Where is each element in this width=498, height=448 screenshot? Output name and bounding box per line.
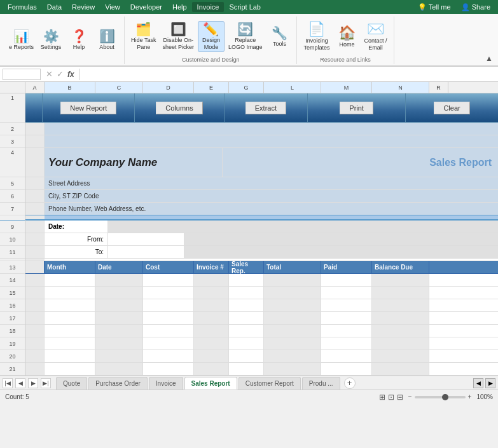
data-cell[interactable] (194, 312, 229, 324)
menu-review[interactable]: Review (67, 2, 100, 12)
data-cell[interactable] (372, 312, 429, 324)
cancel-formula-icon[interactable]: ✕ (46, 69, 53, 79)
data-cell[interactable] (229, 337, 264, 350)
data-cell[interactable] (264, 337, 321, 350)
data-cell[interactable] (321, 363, 372, 375)
data-cell[interactable] (229, 299, 264, 311)
data-cell[interactable] (321, 299, 372, 311)
data-cell[interactable] (229, 312, 264, 324)
tab-produ[interactable]: Produ ... (302, 377, 340, 390)
data-cell[interactable] (45, 299, 95, 311)
page-break-icon[interactable]: ⊟ (397, 393, 403, 402)
data-cell[interactable] (264, 299, 321, 311)
data-cell[interactable] (372, 325, 429, 337)
tab-last-button[interactable]: ▶| (41, 378, 51, 388)
menu-scriptlab[interactable]: Script Lab (224, 2, 266, 12)
data-cell[interactable] (229, 363, 264, 375)
data-cell[interactable] (321, 287, 372, 299)
data-cell[interactable] (143, 287, 194, 299)
settings-button[interactable]: ⚙️ Settings (38, 29, 64, 51)
clear-button[interactable]: Clear (434, 102, 469, 114)
data-cell[interactable] (45, 337, 95, 350)
insert-function-icon[interactable]: fx (67, 70, 74, 79)
zoom-out-icon[interactable]: − (408, 393, 412, 400)
data-cell[interactable] (229, 350, 264, 362)
data-cell[interactable] (264, 350, 321, 362)
data-cell[interactable] (372, 337, 429, 350)
data-cell[interactable] (143, 325, 194, 337)
design-mode-button[interactable]: ✏️ DesignMode (198, 21, 225, 53)
add-sheet-button[interactable]: + (344, 377, 356, 389)
new-report-button[interactable]: New Report (60, 102, 116, 114)
name-box[interactable] (3, 69, 41, 80)
tab-purchase-order[interactable]: Purchase Order (88, 377, 148, 390)
tab-first-button[interactable]: |◀ (3, 378, 13, 388)
help-button[interactable]: ❓ Help (66, 29, 92, 51)
data-cell[interactable] (45, 350, 95, 362)
extract-button[interactable]: Extract (246, 102, 286, 114)
data-cell[interactable] (95, 287, 143, 299)
tab-sales-report[interactable]: Sales Report (184, 377, 237, 390)
contact-email-button[interactable]: ✉️ Contact /Email (361, 21, 389, 53)
data-cell[interactable] (264, 325, 321, 337)
data-cell[interactable] (95, 274, 143, 286)
data-cell[interactable] (143, 350, 194, 362)
data-cell[interactable] (194, 299, 229, 311)
data-cell[interactable] (321, 350, 372, 362)
tools-button[interactable]: 🔧 Tools (266, 25, 293, 48)
table-row[interactable] (25, 363, 498, 376)
cell-to-value[interactable] (108, 246, 184, 258)
data-cell[interactable] (264, 312, 321, 324)
table-row[interactable] (25, 337, 498, 350)
data-cell[interactable] (321, 337, 372, 350)
data-cell[interactable] (143, 337, 194, 350)
data-cell[interactable] (143, 299, 194, 311)
data-cell[interactable] (372, 299, 429, 311)
normal-view-icon[interactable]: ⊞ (379, 393, 385, 402)
zoom-thumb[interactable] (442, 394, 448, 400)
data-cell[interactable] (321, 274, 372, 286)
menu-formulas[interactable]: Formulas (3, 2, 42, 12)
data-cell[interactable] (372, 274, 429, 286)
tab-prev-button[interactable]: ◀ (15, 378, 25, 388)
tab-next-button[interactable]: ▶ (28, 378, 38, 388)
data-cell[interactable] (264, 363, 321, 375)
page-layout-icon[interactable]: ⊡ (388, 393, 394, 402)
tab-customer-report[interactable]: Customer Report (239, 377, 301, 390)
table-row[interactable] (25, 274, 498, 287)
disable-onsheet-button[interactable]: 🔲 Disable On-sheet Picker (160, 22, 197, 52)
zoom-control[interactable]: − + (408, 393, 472, 400)
data-cell[interactable] (194, 363, 229, 375)
data-cell[interactable] (321, 312, 372, 324)
data-cell[interactable] (229, 287, 264, 299)
data-cell[interactable] (194, 287, 229, 299)
scroll-right-button[interactable]: ▶ (485, 378, 495, 388)
data-cell[interactable] (45, 312, 95, 324)
tab-quote[interactable]: Quote (56, 377, 87, 390)
home-button[interactable]: 🏠 Home (333, 25, 360, 49)
menu-invoice[interactable]: Invoice (192, 2, 225, 12)
data-cell[interactable] (194, 350, 229, 362)
invoicing-templates-button[interactable]: 📄 InvoicingTemplates (301, 21, 332, 53)
zoom-track[interactable] (415, 396, 466, 398)
data-cell[interactable] (229, 274, 264, 286)
data-cell[interactable] (143, 274, 194, 286)
data-cell[interactable] (45, 325, 95, 337)
data-cell[interactable] (321, 325, 372, 337)
data-cell[interactable] (194, 325, 229, 337)
data-cell[interactable] (372, 287, 429, 299)
print-button[interactable]: Print (340, 102, 373, 114)
data-cell[interactable] (95, 325, 143, 337)
data-cell[interactable] (45, 274, 95, 286)
data-cell[interactable] (95, 299, 143, 311)
data-cell[interactable] (95, 363, 143, 375)
cell-from-value[interactable] (108, 233, 184, 245)
hide-task-pane-button[interactable]: 🗂️ Hide TaskPane (128, 22, 158, 52)
menu-help[interactable]: Help (167, 2, 192, 12)
data-cell[interactable] (143, 363, 194, 375)
table-row[interactable] (25, 350, 498, 363)
data-cell[interactable] (194, 274, 229, 286)
replace-logo-button[interactable]: 🔄 ReplaceLOGO Image (226, 22, 265, 52)
columns-button[interactable]: Columns (156, 102, 202, 114)
menu-developer[interactable]: Developer (125, 2, 167, 12)
